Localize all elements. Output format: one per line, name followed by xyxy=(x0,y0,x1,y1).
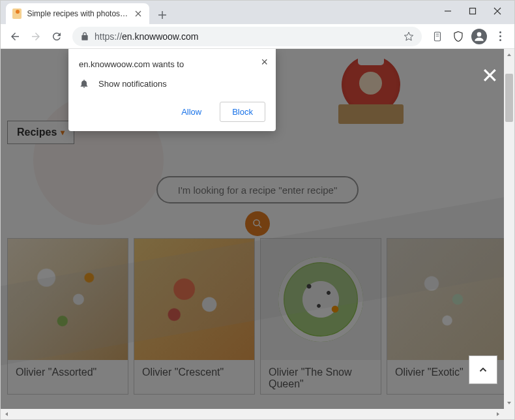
chevron-up-icon xyxy=(477,364,489,376)
window-controls xyxy=(443,1,511,16)
scroll-down-arrow-icon[interactable] xyxy=(504,398,514,408)
svg-rect-1 xyxy=(470,8,476,14)
url-text: https://en.knowwoow.com xyxy=(95,31,398,42)
forward-button[interactable] xyxy=(27,27,45,46)
bell-icon xyxy=(79,78,89,89)
new-tab-button[interactable] xyxy=(153,6,171,24)
block-button[interactable]: Block xyxy=(220,102,265,122)
toolbar: https://en.knowwoow.com xyxy=(1,24,514,49)
notification-permission-popup: × en.knowwoow.com wants to Show notifica… xyxy=(68,49,276,131)
scroll-to-top-button[interactable] xyxy=(469,355,497,384)
notification-close-button[interactable]: × xyxy=(261,55,268,69)
allow-button[interactable]: Allow xyxy=(169,102,213,122)
back-button[interactable] xyxy=(6,27,24,46)
tab-title: Simple recipes with photos of ho xyxy=(27,9,128,18)
vertical-scrollbar[interactable] xyxy=(504,49,514,409)
notification-origin: en.knowwoow.com wants to xyxy=(79,59,265,69)
lock-icon xyxy=(80,32,89,41)
scroll-right-arrow-icon[interactable] xyxy=(493,409,503,419)
browser-menu-button[interactable] xyxy=(491,27,509,46)
close-window-button[interactable] xyxy=(493,7,502,16)
maximize-button[interactable] xyxy=(468,7,477,16)
browser-tab[interactable]: Simple recipes with photos of ho xyxy=(6,3,149,24)
tab-bar: Simple recipes with photos of ho xyxy=(1,1,514,24)
profile-avatar[interactable] xyxy=(470,27,488,46)
browser-window: Simple recipes with photos of ho https:/… xyxy=(0,0,515,420)
address-bar[interactable]: https://en.knowwoow.com xyxy=(72,27,422,46)
scrollbar-thumb[interactable] xyxy=(505,74,513,122)
notification-permission-text: Show notifications xyxy=(98,79,167,89)
url-host: en.knowwoow.com xyxy=(122,31,199,42)
tab-close-button[interactable] xyxy=(134,8,143,19)
reload-button[interactable] xyxy=(48,27,66,46)
svg-point-11 xyxy=(477,32,482,37)
horizontal-scrollbar[interactable] xyxy=(1,409,514,419)
tab-favicon-icon xyxy=(12,8,22,19)
url-protocol: https:// xyxy=(95,31,122,42)
extension-reader-icon[interactable] xyxy=(428,27,447,46)
extension-shield-icon[interactable] xyxy=(449,27,467,46)
bookmark-star-icon[interactable] xyxy=(404,31,414,42)
svg-rect-8 xyxy=(435,32,441,41)
overlay-close-button[interactable]: ✕ xyxy=(481,63,499,88)
content-area: Recipes ▾ I'm looking for a recipe "ente… xyxy=(1,49,514,419)
scroll-up-arrow-icon[interactable] xyxy=(504,50,514,59)
minimize-button[interactable] xyxy=(443,7,452,16)
scroll-left-arrow-icon[interactable] xyxy=(2,409,11,419)
